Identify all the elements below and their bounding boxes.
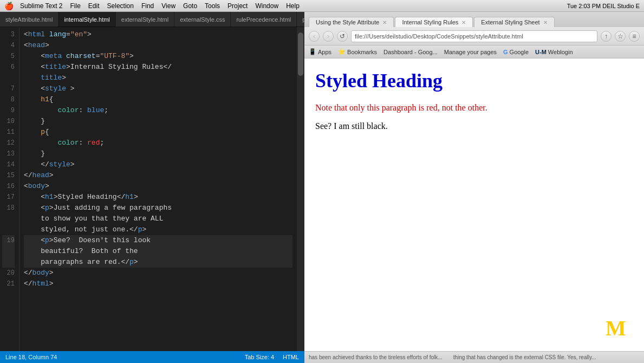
code-line-4: <head> — [24, 40, 292, 51]
tab-externalcss[interactable]: externalStyle.css — [174, 12, 231, 27]
umich-icon: U-M — [535, 49, 547, 55]
browser-status-right: thing that has changed is the external C… — [453, 354, 596, 360]
code-line-8: h1{ — [24, 94, 292, 105]
menu-selection[interactable]: Selection — [107, 2, 134, 10]
status-left: Line 18, Column 74 — [5, 354, 57, 360]
file-type: HTML — [283, 354, 299, 360]
code-content[interactable]: <html lang="en"> <head> <meta charset="U… — [19, 27, 297, 351]
settings-button[interactable]: ≡ — [629, 31, 640, 42]
red-paragraph: Note that only this paragraph is red, no… — [315, 103, 633, 113]
code-line-3: <html lang="en"> — [24, 29, 292, 40]
tab-externalstyle[interactable]: externalStyle.html — [116, 12, 174, 27]
code-line-6: <title>Internal Styling Rules</ — [24, 62, 292, 73]
black-paragraph: See? I am still black. — [315, 121, 633, 131]
menu-tools[interactable]: Tools — [205, 2, 220, 10]
browser-tab-style-attr-label: Using the Style Attribute — [316, 19, 379, 25]
editor-scrollbar[interactable] — [297, 27, 304, 351]
apps-icon: 📱 — [309, 48, 316, 55]
tab-internalstyle[interactable]: internalStyle.html — [58, 12, 115, 27]
code-line-6b: title> — [24, 73, 292, 83]
code-line-21: </html> — [24, 278, 292, 289]
code-line-18: <p>Just adding a few paragraphs — [24, 203, 292, 213]
code-line-17: <h1>Styled Heading</h1> — [24, 192, 292, 203]
menu-sublime[interactable]: Sublime Text 2 — [20, 2, 63, 10]
forward-button[interactable]: › — [323, 31, 334, 42]
address-text: file:///Users/deilstudio/Desktop/CodeSni… — [355, 33, 523, 40]
address-bar[interactable]: file:///Users/deilstudio/Desktop/CodeSni… — [351, 30, 597, 42]
line-numbers: 3 4 5 6 7 8 9 10 11 12 13 14 15 16 17 1 — [0, 27, 19, 351]
browser-tab-style-attribute[interactable]: Using the Style Attribute ✕ — [309, 17, 394, 27]
menu-right: Tue 2:03 PM DEIL Studio E — [567, 3, 640, 9]
code-line-13: } — [24, 148, 292, 159]
umich-logo: M — [603, 313, 635, 342]
browser-panel: Using the Style Attribute ✕ Internal Sty… — [304, 12, 644, 363]
close-tab-internal[interactable]: ✕ — [461, 20, 466, 25]
menu-file[interactable]: File — [70, 2, 81, 10]
browser-status-bar: has been achieved thanks to the tireless… — [304, 351, 644, 363]
code-line-14: </style> — [24, 159, 292, 170]
scrollbar-thumb[interactable] — [298, 33, 303, 76]
code-line-18c: styled, not just one.</p> — [24, 224, 292, 235]
browser-tab-external[interactable]: External Styling Sheet ✕ — [474, 17, 554, 27]
editor-status-bar: Line 18, Column 74 Tab Size: 4 HTML — [0, 351, 304, 363]
browser-tab-external-label: External Styling Sheet — [481, 19, 539, 25]
bookmark-dashboard[interactable]: Dashboard - Goog... — [383, 49, 438, 55]
status-right: Tab Size: 4 HTML — [245, 354, 299, 360]
close-tab-external[interactable]: ✕ — [543, 20, 548, 25]
back-button[interactable]: ‹ — [309, 31, 320, 42]
bookmark-bookmarks[interactable]: ⭐ Bookmarks — [338, 48, 377, 55]
bookmarks-icon: ⭐ — [338, 48, 346, 55]
menu-project[interactable]: Project — [227, 2, 248, 10]
menu-view[interactable]: View — [161, 2, 175, 10]
menu-goto[interactable]: Goto — [183, 2, 197, 10]
menu-edit[interactable]: Edit — [88, 2, 100, 10]
browser-status-left: has been achieved thanks to the tireless… — [309, 354, 443, 360]
code-line-19b: beautiful? Both of the — [24, 246, 292, 257]
browser-content: Styled Heading Note that only this parag… — [304, 59, 644, 351]
browser-nav: ‹ › ↺ file:///Users/deilstudio/Desktop/C… — [304, 27, 644, 46]
editor-tab-bar: styleAttribute.html internalStyle.html e… — [0, 12, 304, 27]
code-line-19: <p>See? Doesn't this look — [24, 235, 292, 246]
code-line-7: <style > — [24, 83, 292, 94]
share-button[interactable]: ↑ — [601, 31, 612, 42]
bookmark-button[interactable]: ☆ — [615, 31, 626, 42]
cursor-position: Line 18, Column 74 — [5, 354, 57, 360]
code-line-20: </body> — [24, 268, 292, 278]
bookmark-umich[interactable]: U-M Weblogin — [535, 49, 573, 55]
menu-help[interactable]: Help — [286, 2, 300, 10]
tab-styleattribute[interactable]: styleAttribute.html — [0, 12, 58, 27]
code-line-9: color: blue; — [24, 105, 292, 116]
editor-panel: styleAttribute.html internalStyle.html e… — [0, 12, 304, 363]
bookmark-apps[interactable]: 📱 Apps — [309, 48, 331, 55]
browser-tab-internal[interactable]: Internal Styling Rules ✕ — [395, 17, 473, 27]
bookmark-manage[interactable]: Manage your pages — [444, 49, 497, 55]
code-area[interactable]: 3 4 5 6 7 8 9 10 11 12 13 14 15 16 17 1 — [0, 27, 304, 351]
code-line-12: color: red; — [24, 138, 292, 148]
code-line-19c: paragraphs are red.</p> — [24, 257, 292, 268]
menu-window[interactable]: Window — [255, 2, 278, 10]
apple-menu[interactable]: 🍎 — [4, 2, 14, 10]
code-line-16: <body> — [24, 181, 292, 192]
browser-tab-internal-label: Internal Styling Rules — [402, 19, 458, 25]
bookmark-google[interactable]: G Google — [503, 49, 529, 55]
code-line-11: p{ — [24, 127, 292, 138]
browser-tab-bar: Using the Style Attribute ✕ Internal Sty… — [304, 12, 644, 27]
menu-find[interactable]: Find — [141, 2, 154, 10]
tab-ruleprecedence[interactable]: rulePrecedence.html — [231, 12, 297, 27]
tab-precedence[interactable]: procedence.css — [297, 12, 304, 27]
close-tab-style-attr[interactable]: ✕ — [382, 20, 387, 25]
page-heading: Styled Heading — [315, 69, 633, 92]
reload-button[interactable]: ↺ — [337, 31, 348, 42]
code-line-15: </head> — [24, 170, 292, 181]
code-line-5: <meta charset="UTF-8"> — [24, 51, 292, 62]
bookmarks-bar: 📱 Apps ⭐ Bookmarks Dashboard - Goog... M… — [304, 46, 644, 59]
code-line-10: } — [24, 116, 292, 127]
code-line-18b: to show you that they are ALL — [24, 213, 292, 224]
svg-text:M: M — [606, 316, 626, 340]
menu-bar: 🍎 Sublime Text 2 File Edit Selection Fin… — [0, 0, 644, 12]
tab-size: Tab Size: 4 — [245, 354, 274, 360]
google-g-icon: G — [503, 49, 508, 55]
